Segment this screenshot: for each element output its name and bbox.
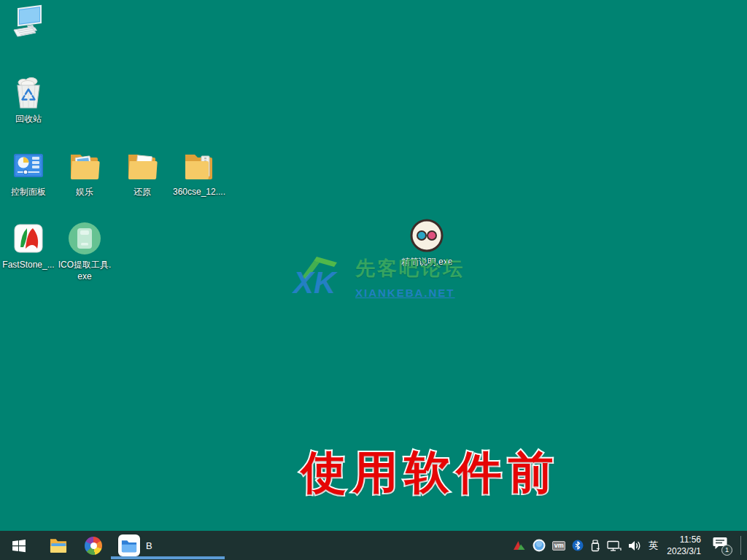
- icon-label: ICO提取工具.exe: [56, 260, 113, 282]
- running-app-label[interactable]: B: [146, 540, 152, 551]
- notification-badge: 1: [721, 545, 732, 556]
- file-explorer-button[interactable]: [50, 537, 67, 554]
- desktop-icon-folder-huanyuan[interactable]: 还原: [114, 148, 171, 198]
- folder-icon: [125, 148, 160, 183]
- jingjian-readme-icon: [409, 218, 444, 253]
- caption-text: 使用软件前: [301, 442, 560, 503]
- show-desktop-button[interactable]: [740, 536, 742, 555]
- volume-icon[interactable]: [628, 540, 642, 551]
- desktop-icon-faststone[interactable]: FastStone_...: [0, 221, 57, 271]
- icon-label: 娱乐: [76, 187, 93, 198]
- folder-icon: [67, 148, 102, 183]
- start-button[interactable]: [10, 537, 28, 554]
- desktop-icon-control-panel[interactable]: 控制面板: [0, 148, 57, 198]
- watermark-title: 先客吧论坛: [355, 255, 465, 281]
- ico-tool-icon: [67, 221, 102, 256]
- pinwheel-browser-icon: [85, 537, 102, 555]
- icon-label: 360cse_12....: [173, 187, 225, 198]
- control-panel-icon: [11, 148, 46, 183]
- recycle-bin-icon: [11, 75, 46, 110]
- clock-time: 11:56: [667, 534, 701, 545]
- desktop-icon-folder-yule[interactable]: 娱乐: [56, 148, 113, 198]
- windows-logo-icon: [12, 539, 26, 553]
- taskbar-left: B: [0, 531, 152, 560]
- taskbar-progress-bar: [111, 556, 225, 559]
- browser-pinwheel-button[interactable]: [85, 537, 102, 554]
- icon-label: 控制面板: [11, 187, 46, 198]
- input-method-indicator[interactable]: 英: [649, 539, 658, 552]
- this-pc-icon: [11, 4, 46, 39]
- desktop-icon-folder-360cse[interactable]: 360cse_12....: [171, 148, 228, 198]
- blue-folder-icon: [121, 539, 137, 553]
- taskbar: B vm: [0, 531, 747, 560]
- svg-text:XK: XK: [292, 265, 338, 300]
- windows-desktop: 回收站 控制面板 娱乐: [0, 0, 747, 560]
- folder-icon: [182, 148, 217, 183]
- icon-label: 回收站: [15, 114, 42, 125]
- bluetooth-icon[interactable]: [572, 540, 584, 551]
- desktop-icon-this-pc[interactable]: [0, 4, 57, 39]
- vmware-tray-icon[interactable]: vm: [552, 541, 565, 551]
- icon-label: FastStone_...: [2, 260, 54, 271]
- notification-center-button[interactable]: 1: [712, 536, 731, 555]
- icon-label: 还原: [133, 187, 151, 198]
- xiankeba-logo-icon: XK: [292, 255, 350, 302]
- clock[interactable]: 11:56 2023/3/1: [667, 534, 701, 557]
- usb-device-icon[interactable]: [590, 540, 600, 552]
- tray-graphics-app-icon[interactable]: [514, 540, 526, 551]
- desktop-icon-ico-tool[interactable]: ICO提取工具.exe: [56, 221, 113, 282]
- watermark-site: XIANKEBA.NET: [355, 287, 465, 299]
- tray-blue-app-icon[interactable]: [533, 539, 546, 552]
- running-app-button[interactable]: [118, 534, 140, 556]
- file-explorer-icon: [50, 537, 67, 553]
- faststone-icon: [11, 221, 46, 256]
- watermark: XK 先客吧论坛 XIANKEBA.NET: [292, 255, 465, 302]
- system-tray: vm: [514, 531, 742, 560]
- desktop-icon-recycle-bin[interactable]: 回收站: [0, 75, 57, 125]
- clock-date: 2023/3/1: [667, 545, 701, 557]
- network-icon[interactable]: [607, 540, 622, 551]
